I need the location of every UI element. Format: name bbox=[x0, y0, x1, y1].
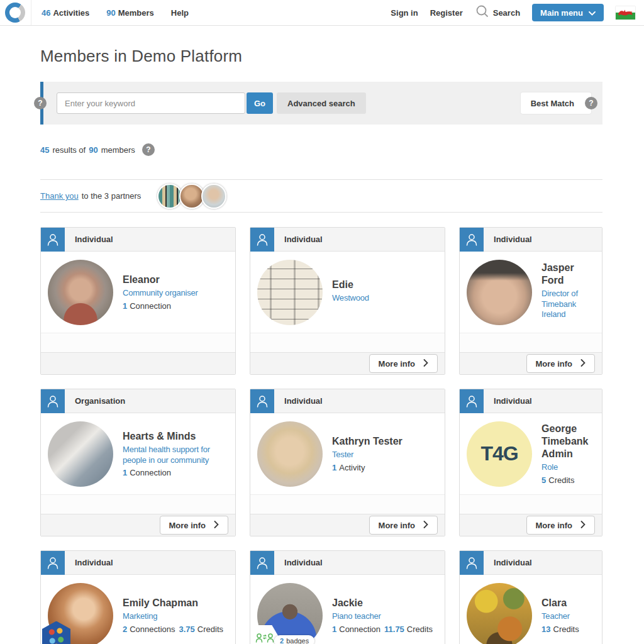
member-info: George Timebank Admin Role 5Credits bbox=[541, 423, 595, 485]
search-help-icon[interactable]: ? bbox=[34, 97, 47, 109]
member-name[interactable]: Hearts & Minds bbox=[123, 430, 227, 443]
more-info-button[interactable]: More info bbox=[369, 516, 438, 535]
nav-item-members[interactable]: 90Members bbox=[106, 8, 154, 18]
partner-avatar-2[interactable] bbox=[179, 184, 204, 209]
member-info: Eleanor Community organiser 1Connection bbox=[123, 274, 199, 311]
member-avatar[interactable]: 2badges bbox=[257, 583, 323, 644]
member-card-body: Eleanor Community organiser 1Connection bbox=[41, 252, 235, 333]
member-name[interactable]: Kathryn Tester bbox=[332, 435, 402, 448]
member-name[interactable]: Edie bbox=[332, 279, 369, 291]
more-info-button[interactable]: More info bbox=[526, 354, 596, 373]
badge-count-label[interactable]: 2badges bbox=[274, 635, 314, 644]
member-type-label: Organisation bbox=[75, 396, 125, 406]
more-info-button[interactable]: More info bbox=[369, 354, 438, 373]
partner-avatar-1[interactable] bbox=[157, 184, 182, 209]
member-avatar[interactable] bbox=[467, 260, 532, 325]
member-info: Hearts & Minds Mental health support for… bbox=[123, 430, 228, 478]
member-avatar[interactable] bbox=[467, 583, 532, 644]
welsh-flag-icon[interactable] bbox=[616, 6, 635, 19]
advanced-search-button[interactable]: Advanced search bbox=[277, 92, 366, 114]
member-subtitle[interactable]: Piano teacher bbox=[332, 611, 436, 622]
topbar-divider bbox=[31, 0, 31, 25]
member-card-body: Clara Teacher 13Credits bbox=[460, 575, 602, 644]
sign-in-link[interactable]: Sign in bbox=[391, 8, 418, 18]
member-card-header: Individual bbox=[250, 228, 445, 252]
member-subtitle[interactable]: Tester bbox=[332, 450, 402, 460]
stat-value: 1 bbox=[332, 463, 336, 472]
member-info: Jackie Piano teacher 1Connection11.75Cre… bbox=[332, 597, 438, 634]
nav-item-count: 90 bbox=[106, 8, 115, 18]
chevron-right-icon bbox=[580, 359, 586, 369]
member-subtitle[interactable]: Mental health support for people in our … bbox=[123, 445, 227, 466]
member-card: Individual Jasper Ford Director of Timeb… bbox=[459, 227, 602, 375]
member-type-label: Individual bbox=[284, 396, 323, 406]
member-avatar[interactable] bbox=[48, 421, 113, 487]
results-help-icon[interactable]: ? bbox=[142, 143, 155, 156]
chevron-right-icon bbox=[214, 521, 219, 530]
member-card-footer: More info bbox=[41, 514, 235, 536]
go-button[interactable]: Go bbox=[247, 92, 273, 114]
member-name[interactable]: Clara bbox=[541, 597, 583, 609]
member-avatar[interactable] bbox=[48, 260, 113, 325]
member-stats: 1Connection bbox=[123, 468, 227, 477]
primary-nav: 46Activities90MembersHelp bbox=[42, 8, 189, 18]
main-menu-label: Main menu bbox=[540, 8, 583, 18]
sort-help-icon[interactable]: ? bbox=[585, 97, 597, 109]
results-total: 90 bbox=[89, 145, 97, 155]
member-name[interactable]: Emily Chapman bbox=[123, 597, 227, 609]
more-info-button[interactable]: More info bbox=[526, 516, 596, 535]
member-avatar[interactable]: T4G bbox=[467, 421, 532, 487]
member-subtitle[interactable]: Director of Timebank Ireland bbox=[541, 289, 594, 321]
member-stats: 5Credits bbox=[541, 475, 594, 485]
register-link[interactable]: Register bbox=[430, 8, 463, 18]
member-name[interactable]: Jackie bbox=[332, 597, 436, 609]
member-subtitle[interactable]: Teacher bbox=[541, 611, 583, 622]
stat-label: Connection bbox=[339, 625, 380, 634]
header-search-button[interactable]: Search bbox=[475, 4, 520, 21]
member-card-body: Kathryn Tester Tester 1Activity bbox=[250, 413, 445, 494]
thank-you-link[interactable]: Thank you bbox=[40, 191, 79, 201]
stat-label: Connection bbox=[130, 468, 171, 477]
platform-logo[interactable] bbox=[5, 3, 25, 23]
members-grid: Individual Eleanor Community organiser 1… bbox=[40, 227, 602, 644]
member-name[interactable]: George Timebank Admin bbox=[541, 423, 594, 460]
member-subtitle[interactable]: Westwood bbox=[332, 293, 369, 304]
divider bbox=[40, 212, 602, 213]
member-type-label: Individual bbox=[75, 558, 113, 567]
member-avatar[interactable] bbox=[48, 583, 113, 644]
member-card: Individual T4G George Timebank Admin Rol… bbox=[459, 389, 602, 536]
stat-label: Credits bbox=[197, 625, 223, 634]
member-card-header: Individual bbox=[250, 551, 445, 575]
puzzle-badge-icon[interactable] bbox=[42, 621, 70, 644]
member-type-icon bbox=[41, 228, 65, 252]
stat-value: 3.75 bbox=[179, 625, 195, 634]
partner-avatar-3[interactable] bbox=[201, 184, 226, 209]
chevron-right-icon bbox=[580, 521, 586, 530]
member-card-body: 2badges Jackie Piano teacher 1Connection… bbox=[250, 575, 445, 644]
stat-value: 13 bbox=[541, 625, 550, 634]
member-stats: 13Credits bbox=[541, 625, 583, 634]
stat-value: 2 bbox=[123, 625, 127, 634]
member-name[interactable]: Jasper Ford bbox=[541, 262, 594, 287]
member-type-icon bbox=[250, 228, 274, 252]
sort-dropdown[interactable]: Best Match ? bbox=[521, 92, 591, 114]
search-panel: ? Go Advanced search Best Match ? bbox=[40, 82, 602, 125]
member-card-body: T4G George Timebank Admin Role 5Credits bbox=[460, 413, 602, 494]
chevron-right-icon bbox=[423, 521, 428, 530]
member-subtitle[interactable]: Role bbox=[541, 462, 594, 473]
more-info-button[interactable]: More info bbox=[160, 516, 229, 535]
member-card-header: Organisation bbox=[41, 389, 235, 413]
member-avatar[interactable] bbox=[257, 421, 323, 487]
member-info: Jasper Ford Director of Timebank Ireland bbox=[541, 262, 595, 323]
member-subtitle[interactable]: Marketing bbox=[123, 611, 227, 622]
member-avatar[interactable] bbox=[257, 260, 323, 325]
member-card-strip bbox=[250, 333, 445, 352]
nav-item-help[interactable]: Help bbox=[171, 8, 189, 18]
main-content: Members in Demo Platform ? Go Advanced s… bbox=[40, 47, 602, 644]
member-card-footer: More info bbox=[250, 352, 445, 374]
keyword-input[interactable] bbox=[57, 92, 245, 114]
nav-item-activities[interactable]: 46Activities bbox=[42, 8, 89, 18]
main-menu-button[interactable]: Main menu bbox=[532, 4, 604, 21]
member-name[interactable]: Eleanor bbox=[123, 274, 198, 286]
member-subtitle[interactable]: Community organiser bbox=[123, 288, 198, 299]
